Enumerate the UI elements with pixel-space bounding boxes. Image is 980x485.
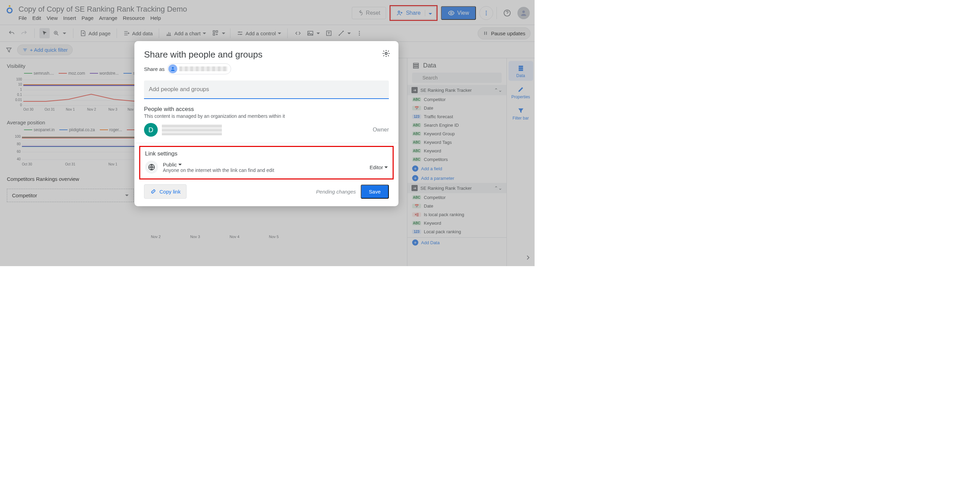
dialog-title: Share with people and groups: [144, 49, 389, 60]
people-with-access-title: People with access: [144, 106, 389, 113]
link-role-dropdown[interactable]: Editor: [370, 165, 388, 170]
globe-icon: [145, 161, 158, 174]
pending-changes-text: Pending changes: [316, 189, 356, 195]
avatar-icon: [169, 64, 177, 73]
share-as-chip[interactable]: [167, 63, 231, 74]
redacted-text: [162, 124, 222, 135]
link-icon: [150, 188, 157, 195]
highlight-link-settings: Link settings Public Anyone on the inter…: [139, 146, 394, 179]
dialog-footer: Copy link Pending changes Save: [144, 184, 389, 199]
link-settings-row: Public Anyone on the internet with the l…: [145, 161, 388, 174]
person-row: D Owner: [144, 123, 389, 137]
share-as-row: Share as: [144, 63, 389, 74]
share-dialog: Share with people and groups Share as Pe…: [134, 41, 398, 206]
add-people-input[interactable]: [144, 81, 389, 99]
link-visibility-dropdown[interactable]: Public: [163, 162, 365, 168]
link-settings-title: Link settings: [145, 151, 388, 157]
save-button[interactable]: Save: [361, 185, 389, 199]
copy-link-button[interactable]: Copy link: [144, 184, 186, 199]
gear-icon: [382, 49, 390, 57]
svg-point-62: [172, 67, 173, 69]
link-visibility-description: Anyone on the internet with the link can…: [163, 168, 365, 173]
redacted-text: [179, 67, 228, 71]
svg-point-61: [385, 52, 387, 54]
person-avatar: D: [144, 123, 158, 137]
person-role: Owner: [373, 127, 389, 133]
people-with-access-subtitle: This content is managed by an organizati…: [144, 113, 389, 119]
settings-button[interactable]: [382, 49, 390, 59]
